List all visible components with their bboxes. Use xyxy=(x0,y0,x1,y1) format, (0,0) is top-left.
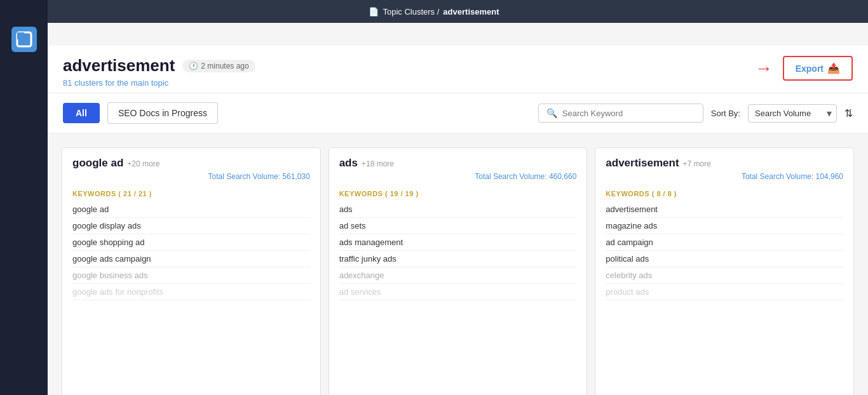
page-header: advertisement 🕐 2 minutes ago 81 cluster… xyxy=(48,46,868,93)
keyword-item[interactable]: ads xyxy=(339,201,577,218)
keywords-label-ads: KEYWORDS ( 19 / 19 ) xyxy=(339,185,577,201)
cluster-card-advertisement: advertisement +7 more Total Search Volum… xyxy=(595,147,854,395)
keyword-item[interactable]: magazine ads xyxy=(606,218,843,234)
cluster-card-google-ad: google ad +20 more Total Search Volume: … xyxy=(62,147,321,395)
top-nav-bar: 📄 Topic Clusters / advertisement xyxy=(0,0,868,23)
topbar-breadcrumb-current: advertisement xyxy=(443,7,499,17)
cluster-card-ads: ads +18 more Total Search Volume: 460,66… xyxy=(329,147,588,395)
keywords-label-advertisement: KEYWORDS ( 8 / 8 ) xyxy=(606,185,843,201)
export-button[interactable]: Export 📤 xyxy=(783,56,853,81)
keyword-item[interactable]: google ad xyxy=(72,201,310,218)
keyword-item[interactable]: advertisement xyxy=(606,201,843,218)
export-area: → Export 📤 xyxy=(755,56,853,81)
sort-select[interactable]: Search Volume Keyword Count Alphabetical xyxy=(748,104,837,123)
export-label: Export xyxy=(796,64,824,74)
keyword-item[interactable]: traffic junky ads xyxy=(339,251,577,267)
search-icon: 🔍 xyxy=(546,108,557,118)
keyword-item[interactable]: ad sets xyxy=(339,218,577,234)
sort-order-icon[interactable]: ⇅ xyxy=(844,107,853,119)
header-left: advertisement 🕐 2 minutes ago 81 cluster… xyxy=(63,56,255,88)
keyword-item[interactable]: ads management xyxy=(339,234,577,251)
card-header-ads: ads +18 more Total Search Volume: 460,66… xyxy=(329,148,587,185)
keyword-item[interactable]: google ads campaign xyxy=(72,251,310,267)
filter-bar: All SEO Docs in Progress 🔍 Sort By: Sear… xyxy=(48,93,868,133)
card-header-google-ad: google ad +20 more Total Search Volume: … xyxy=(62,148,320,185)
topbar-doc-icon: 📄 xyxy=(369,7,379,17)
keyword-item[interactable]: ad services xyxy=(339,284,577,300)
export-icon: 📤 xyxy=(827,62,840,74)
filter-all-button[interactable]: All xyxy=(63,103,100,123)
time-text: 2 minutes ago xyxy=(201,62,248,70)
filter-seo-button[interactable]: SEO Docs in Progress xyxy=(107,102,218,124)
card-body-google-ad: KEYWORDS ( 21 / 21 ) google ad google di… xyxy=(62,185,320,307)
cluster-count: 81 clusters for the main topic xyxy=(63,78,255,88)
sidebar xyxy=(0,0,48,395)
page-title: advertisement xyxy=(63,56,175,76)
keyword-item[interactable]: google shopping ad xyxy=(72,234,310,251)
keyword-item[interactable]: google display ads xyxy=(72,218,310,234)
keyword-item[interactable]: adexchange xyxy=(339,267,577,284)
main-content: advertisement 🕐 2 minutes ago 81 cluster… xyxy=(48,46,868,395)
app-logo[interactable] xyxy=(11,27,37,52)
keyword-item[interactable]: celebrity ads xyxy=(606,267,843,284)
card-more-ads: +18 more xyxy=(362,159,394,168)
search-input[interactable] xyxy=(562,109,695,118)
clock-icon: 🕐 xyxy=(189,62,198,70)
arrow-indicator: → xyxy=(755,58,773,79)
keywords-label-google-ad: KEYWORDS ( 21 / 21 ) xyxy=(72,185,310,201)
card-header-advertisement: advertisement +7 more Total Search Volum… xyxy=(595,148,853,185)
svg-rect-1 xyxy=(17,32,24,39)
card-more-advertisement: +7 more xyxy=(683,159,711,168)
time-badge: 🕐 2 minutes ago xyxy=(182,60,255,72)
card-volume-ads: Total Search Volume: 460,660 xyxy=(339,172,577,181)
sort-label: Sort By: xyxy=(711,109,740,118)
card-body-ads: KEYWORDS ( 19 / 19 ) ads ad sets ads man… xyxy=(329,185,587,307)
card-title-advertisement: advertisement xyxy=(606,157,679,170)
cards-grid: google ad +20 more Total Search Volume: … xyxy=(48,133,868,395)
keyword-item[interactable]: political ads xyxy=(606,251,843,267)
card-volume-google-ad: Total Search Volume: 561,030 xyxy=(72,172,310,181)
sort-select-wrapper: Search Volume Keyword Count Alphabetical xyxy=(748,104,837,123)
keyword-item[interactable]: google business ads xyxy=(72,267,310,284)
card-volume-advertisement: Total Search Volume: 104,960 xyxy=(606,172,843,181)
card-body-advertisement: KEYWORDS ( 8 / 8 ) advertisement magazin… xyxy=(595,185,853,307)
card-title-google-ad: google ad xyxy=(72,157,123,170)
keyword-item[interactable]: ad campaign xyxy=(606,234,843,251)
card-more-google-ad: +20 more xyxy=(127,159,159,168)
keyword-item[interactable]: product ads xyxy=(606,284,843,300)
title-row: advertisement 🕐 2 minutes ago xyxy=(63,56,255,76)
topbar-breadcrumb-parent[interactable]: Topic Clusters / xyxy=(383,7,439,17)
keyword-item[interactable]: google ads for nonprofits xyxy=(72,284,310,300)
search-box: 🔍 xyxy=(538,104,703,123)
card-title-ads: ads xyxy=(339,157,358,170)
